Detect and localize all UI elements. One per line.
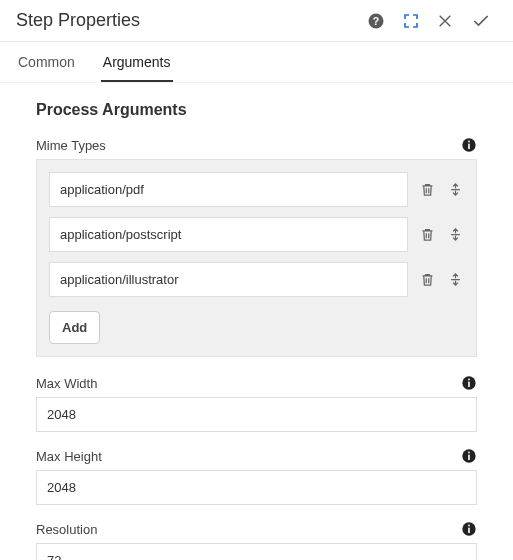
tab-common[interactable]: Common [16, 42, 77, 82]
check-icon[interactable] [471, 11, 491, 31]
mime-row [49, 262, 464, 297]
mime-types-field: Mime Types [36, 137, 477, 357]
mime-types-label: Mime Types [36, 138, 461, 153]
content-area: Process Arguments Mime Types [0, 83, 513, 560]
help-icon[interactable]: ? [367, 12, 385, 30]
resolution-input[interactable] [36, 543, 477, 560]
svg-rect-10 [468, 452, 470, 454]
reorder-icon[interactable] [446, 227, 464, 242]
svg-text:?: ? [373, 14, 379, 26]
trash-icon[interactable] [418, 182, 436, 197]
section-title: Process Arguments [36, 101, 477, 119]
info-icon[interactable] [461, 137, 477, 153]
info-icon[interactable] [461, 448, 477, 464]
dialog-title: Step Properties [16, 10, 367, 31]
svg-rect-6 [468, 382, 470, 387]
mime-input-2[interactable] [49, 262, 408, 297]
header-actions: ? [367, 11, 491, 31]
close-icon[interactable] [437, 13, 453, 29]
tabs-bar: Common Arguments [0, 42, 513, 83]
svg-rect-12 [468, 528, 470, 533]
resolution-field: Resolution [36, 521, 477, 560]
tab-arguments[interactable]: Arguments [101, 42, 173, 82]
trash-icon[interactable] [418, 227, 436, 242]
reorder-icon[interactable] [446, 182, 464, 197]
svg-rect-9 [468, 455, 470, 460]
mime-input-1[interactable] [49, 217, 408, 252]
reorder-icon[interactable] [446, 272, 464, 287]
max-height-label: Max Height [36, 449, 461, 464]
info-icon[interactable] [461, 375, 477, 391]
max-height-input[interactable] [36, 470, 477, 505]
trash-icon[interactable] [418, 272, 436, 287]
svg-rect-3 [468, 144, 470, 149]
mime-row [49, 217, 464, 252]
info-icon[interactable] [461, 521, 477, 537]
svg-rect-13 [468, 525, 470, 527]
max-width-input[interactable] [36, 397, 477, 432]
max-height-field: Max Height [36, 448, 477, 505]
mime-row [49, 172, 464, 207]
mime-input-0[interactable] [49, 172, 408, 207]
svg-rect-4 [468, 141, 470, 143]
max-width-label: Max Width [36, 376, 461, 391]
max-width-field: Max Width [36, 375, 477, 432]
resolution-label: Resolution [36, 522, 461, 537]
add-button[interactable]: Add [49, 311, 100, 344]
dialog-header: Step Properties ? [0, 0, 513, 42]
fullscreen-icon[interactable] [403, 13, 419, 29]
svg-rect-7 [468, 379, 470, 381]
mime-types-multifield: Add [36, 159, 477, 357]
